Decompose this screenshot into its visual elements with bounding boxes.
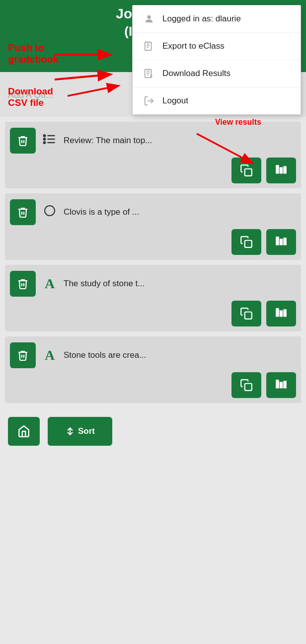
dropdown-item-download[interactable]: Download Results	[133, 60, 301, 87]
view-results-2-button[interactable]	[266, 229, 296, 255]
view-results-1-button[interactable]	[266, 158, 296, 183]
svg-rect-21	[276, 165, 278, 173]
svg-rect-36	[280, 383, 282, 388]
dropdown-menu: Logged in as: dlaurie Export to eClass D…	[132, 5, 301, 115]
svg-rect-37	[284, 381, 286, 388]
logout-icon	[143, 94, 155, 107]
page-wrapper: Joined Poll (ID: KQS) Push togradebook	[0, 0, 306, 455]
question-row: Review: The main top...	[5, 122, 301, 188]
view-results-label: View results	[215, 118, 261, 127]
svg-rect-28	[280, 240, 282, 245]
delete-question-1-button[interactable]	[10, 128, 36, 154]
question-row: Clovis is a type of ...	[5, 193, 301, 260]
question-2-actions	[10, 229, 296, 255]
question-2-text: Clovis is a type of ...	[64, 207, 296, 217]
question-type-list-icon	[41, 132, 59, 149]
question-row: A Stone tools are crea...	[5, 336, 301, 403]
person-icon	[143, 12, 155, 25]
question-3-text: The study of stone t...	[64, 279, 296, 289]
svg-point-25	[45, 206, 55, 216]
question-list: Review: The main top...	[0, 117, 306, 408]
svg-point-19	[44, 142, 46, 144]
question-top: A Stone tools are crea...	[10, 342, 296, 368]
arrow-to-view-results-icon	[192, 129, 261, 168]
svg-rect-35	[276, 380, 278, 388]
question-type-text-icon-2: A	[41, 347, 59, 363]
sort-label: Sort	[78, 426, 95, 436]
view-results-4-button[interactable]	[266, 372, 296, 398]
delete-question-2-button[interactable]	[10, 199, 36, 225]
svg-rect-23	[284, 166, 286, 173]
svg-rect-27	[276, 237, 278, 244]
svg-rect-31	[276, 309, 278, 316]
logout-label: Logout	[162, 96, 188, 106]
copy-question-3-button[interactable]	[231, 301, 261, 326]
header: Joined Poll (ID: KQS) Push togradebook	[0, 0, 306, 72]
download-csv-annotation: DownloadCSV file	[8, 86, 53, 109]
svg-point-17	[44, 135, 46, 137]
export-label: Export to eClass	[162, 41, 225, 51]
question-type-half-circle-icon	[41, 203, 59, 221]
question-row: A The study of stone t...	[5, 265, 301, 331]
svg-rect-30	[245, 312, 252, 319]
delete-question-3-button[interactable]	[10, 271, 36, 297]
svg-rect-32	[280, 311, 282, 317]
dropdown-item-logged-in: Logged in as: dlaurie	[133, 5, 301, 33]
svg-rect-22	[280, 168, 282, 173]
view-results-3-button[interactable]	[266, 301, 296, 326]
question-3-actions	[10, 301, 296, 326]
svg-line-13	[68, 86, 117, 96]
svg-line-24	[197, 134, 251, 162]
svg-rect-34	[245, 384, 252, 391]
sort-button[interactable]: Sort	[48, 417, 112, 446]
svg-rect-29	[284, 238, 286, 244]
download-results-icon	[143, 67, 155, 80]
copy-question-2-button[interactable]	[231, 229, 261, 255]
home-button[interactable]	[8, 417, 40, 446]
download-results-label: Download Results	[162, 69, 230, 79]
delete-question-4-button[interactable]	[10, 342, 36, 368]
bottom-bar: Sort	[0, 408, 306, 455]
question-4-text: Stone tools are crea...	[64, 350, 296, 360]
copy-question-4-button[interactable]	[231, 372, 261, 398]
question-4-actions	[10, 372, 296, 398]
dropdown-item-logout[interactable]: Logout	[133, 87, 301, 114]
question-top: A The study of stone t...	[10, 271, 296, 297]
svg-point-18	[44, 138, 46, 140]
logged-in-label: Logged in as: dlaurie	[162, 14, 241, 24]
svg-rect-33	[284, 310, 286, 316]
download-csv-label: DownloadCSV file	[8, 86, 53, 108]
svg-rect-26	[245, 241, 252, 247]
arrow-to-download-csv-icon	[68, 81, 127, 106]
svg-rect-20	[245, 169, 252, 176]
export-icon	[143, 40, 155, 53]
question-top: Clovis is a type of ...	[10, 199, 296, 225]
svg-point-1	[147, 15, 151, 19]
dropdown-item-export[interactable]: Export to eClass	[133, 33, 301, 60]
question-type-text-icon: A	[41, 276, 59, 292]
